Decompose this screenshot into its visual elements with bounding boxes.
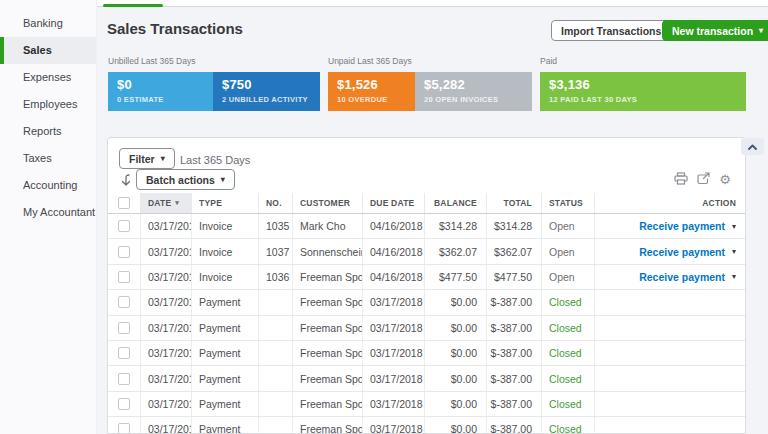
row-number: 1036 [258,265,292,289]
row-number: 1037 [258,239,292,263]
column-header-duedate[interactable]: DUE DATE [362,193,424,213]
batch-actions-button[interactable]: Batch actions ▾ [136,169,235,190]
row-number [258,290,292,314]
row-checkbox[interactable] [118,423,130,433]
sidebar-item-employees[interactable]: Employees [0,91,96,118]
new-transaction-button[interactable]: New transaction ▾ [662,20,768,41]
sidebar-item-banking[interactable]: Banking [0,10,96,37]
segment-caption: 2 UNBILLED ACTIVITY [222,95,320,104]
row-checkbox[interactable] [118,347,130,359]
table-row[interactable]: 03/17/2018PaymentFreeman Sporti...03/17/… [108,290,745,315]
action-chevron-down-icon[interactable]: ▾ [732,222,736,231]
row-type: Invoice [191,214,258,238]
column-header-status[interactable]: STATUS [541,193,594,213]
select-all-checkbox[interactable] [118,197,130,209]
table-row[interactable]: 03/17/2018PaymentFreeman Sporti...03/17/… [108,417,745,433]
filter-button[interactable]: Filter ▾ [119,148,175,169]
column-header-label: BALANCE [434,198,477,208]
row-status: Open [541,214,594,238]
table-tools: ⚙ [674,172,731,187]
row-select-cell [108,290,140,314]
table-row[interactable]: 03/17/2018PaymentFreeman Sporti...03/17/… [108,392,745,417]
receive-payment-link[interactable]: Receive payment [639,220,725,232]
money-bar-segment[interactable]: $1,52610 OVERDUE [328,72,415,111]
sidebar-item-label: Taxes [23,152,52,164]
table-body: 03/17/2018Invoice1035Mark Cho04/16/2018$… [108,214,745,433]
row-total: $-387.00 [486,392,541,416]
sidebar-item-my-accountant[interactable]: My Accountant [0,199,96,226]
table-row[interactable]: 03/17/2018PaymentFreeman Sporti...03/17/… [108,366,745,391]
row-action-cell [594,417,745,433]
money-bar-segment[interactable]: $7502 UNBILLED ACTIVITY [213,72,320,111]
column-header-action[interactable]: ACTION [594,193,745,213]
row-action-cell: Receive payment▾ [594,214,745,238]
money-bar-segment[interactable]: $5,28220 OPEN INVOICES [415,72,532,111]
row-action-cell: Receive payment▾ [594,239,745,263]
sidebar-item-expenses[interactable]: Expenses [0,64,96,91]
row-total: $-387.00 [486,417,541,433]
row-type: Payment [191,316,258,340]
table-row[interactable]: 03/17/2018Invoice1036Freeman Sporti...04… [108,265,745,290]
column-header-type[interactable]: TYPE [191,193,258,213]
row-number [258,316,292,340]
action-chevron-down-icon[interactable]: ▾ [732,272,736,281]
sidebar-item-reports[interactable]: Reports [0,118,96,145]
column-header-label: DUE DATE [370,198,414,208]
row-checkbox[interactable] [118,296,130,308]
row-select-cell [108,239,140,263]
row-action-cell [594,316,745,340]
print-icon[interactable] [674,172,688,187]
action-chevron-down-icon[interactable]: ▾ [732,247,736,256]
column-header-label: TYPE [199,198,222,208]
table-row[interactable]: 03/17/2018Invoice1037Sonnenschein ...04/… [108,239,745,264]
sidebar: BankingSalesExpensesEmployeesReportsTaxe… [0,0,97,434]
chevron-down-icon: ▾ [161,155,165,163]
row-date: 03/17/2018 [140,341,191,365]
table-row[interactable]: 03/17/2018PaymentFreeman Sporti...03/17/… [108,341,745,366]
gear-icon[interactable]: ⚙ [719,173,731,186]
export-icon[interactable] [697,172,710,187]
sidebar-item-sales[interactable]: Sales [0,37,96,64]
row-number [258,417,292,433]
money-bar-segment[interactable]: $3,13612 PAID LAST 30 DAYS [540,72,746,111]
row-checkbox[interactable] [118,373,130,385]
column-header-balance[interactable]: BALANCE [424,193,486,213]
status-badge: Closed [549,373,582,385]
segment-amount: $750 [222,77,320,92]
tab-bar [97,0,768,7]
sidebar-item-accounting[interactable]: Accounting [0,172,96,199]
jump-to-bottom-icon[interactable] [121,173,131,191]
receive-payment-link[interactable]: Receive payment [639,271,725,283]
row-total: $477.50 [486,265,541,289]
status-badge: Closed [549,322,582,334]
batch-actions-label: Batch actions [146,174,215,186]
table-row[interactable]: 03/17/2018PaymentFreeman Sporti...03/17/… [108,316,745,341]
row-type: Invoice [191,265,258,289]
table-row[interactable]: 03/17/2018Invoice1035Mark Cho04/16/2018$… [108,214,745,239]
money-bar-segment[interactable]: $00 ESTIMATE [108,72,213,111]
row-balance: $0.00 [424,290,486,314]
column-header-date[interactable]: DATE▾ [140,193,191,213]
receive-payment-link[interactable]: Receive payment [639,246,725,258]
column-header-no[interactable]: NO. [258,193,292,213]
row-checkbox[interactable] [118,398,130,410]
row-customer: Freeman Sporti... [292,417,362,433]
column-header-label: STATUS [549,198,583,208]
row-checkbox[interactable] [118,220,130,232]
sidebar-item-taxes[interactable]: Taxes [0,145,96,172]
row-number [258,392,292,416]
row-number [258,366,292,390]
row-due-date: 04/16/2018 [362,265,424,289]
collapse-panel-button[interactable] [741,138,764,155]
row-number: 1035 [258,214,292,238]
column-header-total[interactable]: TOTAL [486,193,541,213]
row-checkbox[interactable] [118,246,130,258]
row-select-cell [108,265,140,289]
row-checkbox[interactable] [118,271,130,283]
row-due-date: 03/17/2018 [362,290,424,314]
segment-amount: $1,526 [337,77,415,92]
status-badge: Closed [549,347,582,359]
row-checkbox[interactable] [118,322,130,334]
money-bar: Unbilled Last 365 Days$00 ESTIMATE$7502 … [108,56,746,111]
column-header-customer[interactable]: CUSTOMER [292,193,362,213]
